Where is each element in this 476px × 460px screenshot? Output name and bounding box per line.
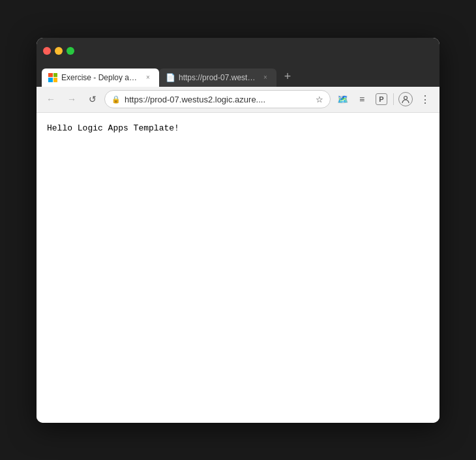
tab-exercise[interactable]: Exercise - Deploy and expor × (42, 69, 159, 87)
url-text: https://prod-07.westus2.logic.azure.... (125, 95, 312, 104)
title-bar (37, 38, 439, 64)
stack-icon: ≡ (359, 94, 364, 104)
maximize-button[interactable] (67, 47, 74, 55)
maps-extension-button[interactable]: 🗺️ (333, 90, 351, 108)
tabs-bar: Exercise - Deploy and expor × 📄 https://… (37, 64, 439, 87)
extension-icons: 🗺️ ≡ P ⋮ (333, 90, 434, 108)
menu-button[interactable]: ⋮ (416, 90, 434, 108)
forward-button[interactable]: → (63, 90, 81, 108)
address-bar[interactable]: 🔒 https://prod-07.westus2.logic.azure...… (104, 90, 331, 108)
refresh-button[interactable]: ↺ (83, 90, 102, 108)
browser-window: Exercise - Deploy and expor × 📄 https://… (37, 38, 439, 423)
toolbar-divider (393, 93, 394, 105)
tab-url-close[interactable]: × (261, 73, 270, 82)
ms-favicon (48, 73, 57, 82)
refresh-icon: ↺ (89, 94, 97, 104)
tab-exercise-close[interactable]: × (143, 73, 153, 82)
back-button[interactable]: ← (42, 90, 60, 108)
page-favicon: 📄 (166, 73, 175, 82)
maps-icon: 🗺️ (337, 94, 348, 104)
lock-icon: 🔒 (112, 95, 121, 104)
stack-extension-button[interactable]: ≡ (353, 90, 371, 108)
p-extension-button[interactable]: P (372, 90, 391, 108)
minimize-button[interactable] (55, 47, 63, 55)
page-body-text: Hello Logic Apps Template! (47, 122, 429, 135)
p-icon: P (376, 93, 387, 105)
new-tab-button[interactable]: + (279, 69, 296, 85)
tab-exercise-label: Exercise - Deploy and expor (61, 73, 140, 82)
tab-url[interactable]: 📄 https://prod-07.westus2.logi × (159, 69, 276, 87)
profile-button[interactable] (396, 90, 415, 108)
svg-point-0 (404, 97, 408, 100)
tab-url-label: https://prod-07.westus2.logi (179, 73, 257, 82)
profile-icon (398, 92, 413, 106)
toolbar: ← → ↺ 🔒 https://prod-07.westus2.logic.az… (37, 87, 439, 113)
forward-icon: → (67, 94, 76, 104)
back-icon: ← (46, 94, 55, 104)
menu-icon: ⋮ (420, 93, 430, 106)
star-icon: ☆ (316, 95, 323, 104)
close-button[interactable] (43, 47, 51, 55)
page-content: Hello Logic Apps Template! (37, 113, 439, 423)
